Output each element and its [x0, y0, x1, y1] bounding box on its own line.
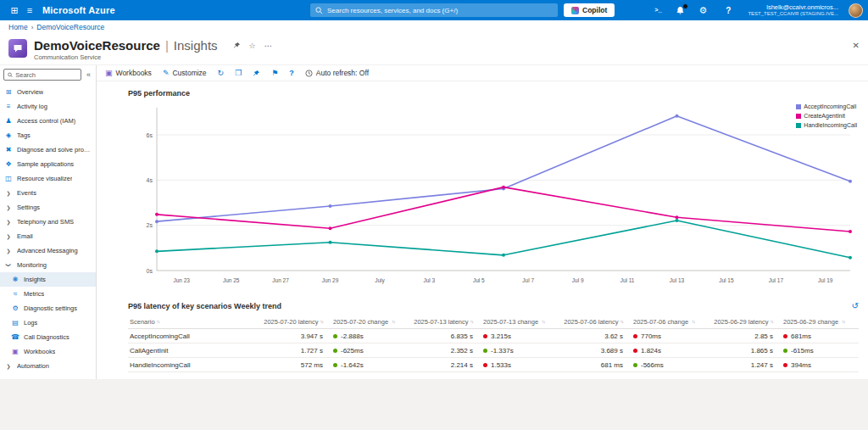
- column-header-2025-07-06-latency[interactable]: 2025-07-06 latency↑↓: [555, 318, 623, 326]
- sidebar-item-monitoring[interactable]: ❯Monitoring: [0, 258, 96, 272]
- sidebar-item-label: Sample applications: [17, 160, 74, 168]
- trend-up-dot: [483, 334, 487, 338]
- main-panel: ▣ Workbooks ✎ Customize ↻ ❐ ⚑ ? Auto ref…: [97, 65, 868, 379]
- workbooks-icon: ▣: [11, 348, 19, 355]
- sort-arrows-icon: ↑↓: [392, 319, 395, 324]
- pencil-icon: ✎: [163, 69, 170, 77]
- column-header-2025-07-20-change[interactable]: 2025-07-20 change↑↓: [323, 318, 405, 326]
- copilot-icon: [571, 7, 579, 14]
- portal-menu-icon[interactable]: ≡: [22, 3, 37, 18]
- column-header-2025-07-20-latency[interactable]: 2025-07-20 latency↑↓: [255, 318, 323, 326]
- column-header-2025-07-06-change[interactable]: 2025-07-06 change↑↓: [623, 318, 705, 326]
- sidebar-item-sample-applications[interactable]: ❖Sample applications: [0, 157, 96, 171]
- settings-gear-icon[interactable]: ⚙: [695, 3, 710, 18]
- scenario-cell: AcceptIncomingCall: [128, 332, 255, 340]
- legend-item-createagentinit[interactable]: CreateAgentInit: [796, 113, 857, 119]
- sidebar-item-label: Settings: [17, 204, 40, 211]
- favorite-star-icon[interactable]: ☆: [249, 42, 256, 50]
- page-title: DemoVoiceResource: [34, 38, 160, 53]
- notifications-button[interactable]: [676, 6, 685, 15]
- change-cell: -1.337s: [473, 347, 555, 355]
- close-icon[interactable]: ✕: [853, 41, 860, 50]
- sidebar-item-telephony-and-sms[interactable]: ❯Telephony and SMS: [0, 215, 96, 229]
- column-header-scenario[interactable]: Scenario↑↓: [128, 318, 255, 326]
- sidebar-item-label: Workbooks: [24, 348, 55, 355]
- change-value: -566ms: [641, 361, 664, 369]
- sidebar-item-metrics[interactable]: ≈Metrics: [0, 287, 96, 301]
- global-search[interactable]: [310, 3, 558, 17]
- sidebar-item-advanced-messaging[interactable]: ❯Advanced Messaging: [0, 243, 96, 258]
- sidebar-item-resource-visualizer[interactable]: ◫Resource visualizer: [0, 171, 96, 186]
- sidebar-item-diagnostic-settings[interactable]: ⚙Diagnostic settings: [0, 301, 96, 316]
- breadcrumb-home-link[interactable]: Home: [8, 23, 28, 31]
- more-options-icon[interactable]: ⋯: [264, 42, 272, 50]
- open-icon[interactable]: ❐: [235, 69, 242, 77]
- feedback-flag-icon[interactable]: ⚑: [271, 69, 278, 77]
- column-header-2025-07-13-latency[interactable]: 2025-07-13 latency↑↓: [405, 318, 473, 326]
- help-icon[interactable]: ?: [289, 69, 294, 77]
- help-icon[interactable]: ?: [721, 3, 736, 18]
- svg-text:Jun 23: Jun 23: [173, 277, 190, 283]
- sidebar-item-activity-log[interactable]: ≡Activity log: [0, 99, 96, 114]
- customize-button[interactable]: ✎ Customize: [163, 69, 207, 77]
- sidebar-item-label: Resource visualizer: [17, 175, 72, 182]
- table-row-callagentinit: CallAgentInit1.727 s-625ms2.352 s-1.337s…: [128, 343, 859, 358]
- legend-item-handleincomingcall[interactable]: HandleIncomingCall: [796, 122, 857, 128]
- copilot-button[interactable]: Copilot: [564, 3, 615, 17]
- change-value: 3.215s: [491, 332, 511, 340]
- legend-item-acceptincomingcall[interactable]: AcceptIncomingCall: [796, 103, 857, 109]
- column-header-2025-07-13-change[interactable]: 2025-07-13 change↑↓: [473, 318, 555, 326]
- avatar[interactable]: [849, 3, 863, 18]
- auto-refresh-button[interactable]: Auto refresh: Off: [305, 69, 369, 77]
- pin-icon[interactable]: [253, 70, 260, 77]
- waffle-menu-icon[interactable]: ⊞: [7, 3, 22, 18]
- column-header-2025-06-29-change[interactable]: 2025-06-29 change↑↓: [773, 318, 855, 326]
- search-icon: [315, 7, 323, 14]
- sidebar-item-diagnose-and-solve-problems[interactable]: ✖Diagnose and solve problems: [0, 142, 96, 157]
- search-icon: [8, 72, 13, 78]
- refresh-icon[interactable]: ↻: [218, 69, 225, 77]
- legend-swatch: [796, 123, 801, 128]
- sidebar-search-input[interactable]: [15, 71, 77, 79]
- column-label: 2025-07-20 latency: [264, 318, 318, 326]
- chevron-right-icon: ❯: [4, 248, 13, 254]
- global-search-input[interactable]: [327, 7, 553, 14]
- account-info[interactable]: lshelk@ccaivr.onmicros... TEST_TEST_CCAI…: [748, 3, 838, 18]
- pin-icon[interactable]: [233, 42, 241, 49]
- sidebar-item-events[interactable]: ❯Events: [0, 186, 96, 200]
- sidebar-item-insights[interactable]: ❋Insights: [0, 272, 96, 287]
- latency-cell: 572 ms: [255, 361, 323, 369]
- sidebar-item-access-control-iam[interactable]: ♟Access control (IAM): [0, 114, 96, 128]
- column-header-2025-06-29-latency[interactable]: 2025-06-29 latency↑↓: [705, 318, 773, 326]
- svg-text:Jul 15: Jul 15: [719, 277, 734, 283]
- azure-brand[interactable]: Microsoft Azure: [42, 5, 115, 15]
- svg-text:Jun 25: Jun 25: [223, 277, 240, 283]
- sidebar-item-label: Monitoring: [17, 261, 47, 269]
- sidebar-item-workbooks[interactable]: ▣Workbooks: [0, 344, 96, 359]
- column-label: 2025-06-29 change: [783, 318, 838, 326]
- sidebar-item-tags[interactable]: ◈Tags: [0, 128, 96, 142]
- svg-text:2s: 2s: [147, 222, 153, 228]
- chevron-right-icon: ❯: [4, 204, 13, 210]
- sidebar-item-label: Diagnose and solve problems: [17, 146, 92, 154]
- sidebar-item-automation[interactable]: ❯Automation: [0, 359, 96, 373]
- legend-label: AcceptIncomingCall: [804, 103, 856, 109]
- latency-cell: 6.835 s: [405, 332, 473, 340]
- breadcrumb-resource-link[interactable]: DemoVoiceResource: [36, 23, 104, 31]
- sort-arrows-icon: ↑↓: [692, 319, 695, 324]
- tags-icon: ◈: [4, 131, 13, 139]
- weekly-trend-section: P95 latency of key scenarios Weekly tren…: [128, 301, 859, 372]
- cloud-shell-icon[interactable]: >_: [650, 3, 665, 18]
- sidebar-item-email[interactable]: ❯Email: [0, 229, 96, 243]
- sidebar-search[interactable]: [3, 69, 81, 81]
- sidebar-item-overview[interactable]: ⊞Overview: [0, 85, 96, 99]
- workbooks-button[interactable]: ▣ Workbooks: [105, 69, 152, 77]
- sidebar-item-settings[interactable]: ❯Settings: [0, 200, 96, 215]
- title-divider: |: [165, 38, 169, 53]
- chart-title: P95 performance: [128, 89, 858, 98]
- sidebar-item-logs[interactable]: ▤Logs: [0, 316, 96, 330]
- sidebar-collapse-icon[interactable]: «: [85, 70, 92, 79]
- undo-icon[interactable]: ↺: [852, 301, 859, 310]
- sidebar-item-call-diagnostics[interactable]: ☎Call Diagnostics: [0, 330, 96, 344]
- chevron-right-icon: ❯: [4, 363, 13, 369]
